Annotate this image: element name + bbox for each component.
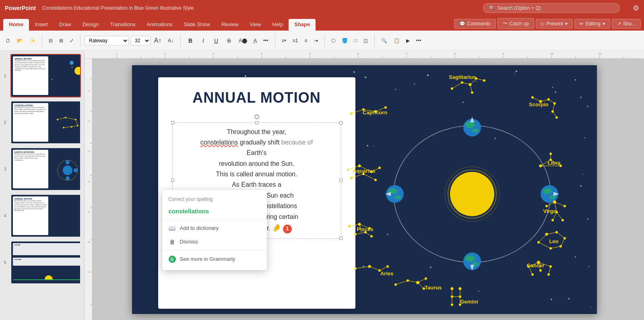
svg-point-106 [451,87,453,90]
font-color-btn[interactable]: A [251,36,259,45]
svg-point-183 [459,295,461,298]
svg-point-194 [539,269,542,272]
label-cancer: Cancer [526,262,544,268]
align-btn[interactable]: ≡ [302,36,310,45]
slide-thumbnail-4[interactable]: DIURNAL MOTION As the Earth rotates, you… [10,194,81,237]
bold-btn[interactable]: B [185,35,196,46]
slide-main-title: ANNUAL MOTION [172,89,341,106]
highlight-btn[interactable]: A⬤ [236,36,250,45]
svg-text:10: 10 [550,52,553,55]
handle-br[interactable] [339,237,343,240]
dismiss-btn[interactable]: 🗑 Dismiss [162,235,267,249]
spell-divider-1 [162,219,267,220]
tab-view[interactable]: View [244,19,267,31]
svg-line-115 [553,103,555,111]
effects-btn[interactable]: ◫ [361,36,370,45]
slide-number-5: 5 [4,260,6,265]
overflow-btn[interactable]: ••• [414,36,424,45]
svg-line-101 [452,83,462,89]
svg-line-190 [549,266,551,275]
handle-tr[interactable] [339,121,343,124]
comments-button[interactable]: 💬 Comments [454,19,496,29]
spell-check-popup[interactable]: Correct your spelling constellations 📖 A… [162,190,267,270]
decrease-font-btn[interactable]: A↓ [165,35,176,46]
thumb-content-3: EARTH'S ROTATION The Earth rotates on it… [13,150,48,188]
tab-help[interactable]: Help [267,19,289,31]
fill-btn[interactable]: 🪣 [339,36,350,45]
handle-mr[interactable] [339,179,343,182]
slide-thumbnail-2[interactable]: CONSTELLATIONS A constellation is a grou… [10,101,81,144]
search-replace-btn[interactable]: 🔍 [379,36,390,45]
more-btn[interactable]: ••• [261,36,271,45]
separator-1 [42,34,42,47]
svg-line-208 [539,234,547,242]
slide-thumbnail-5[interactable]: 6:20 AM 12:00 AM [10,241,81,284]
slide-thumb-wrapper-5: 5 6:20 AM 12:00 AM [3,241,81,284]
shapes-btn[interactable]: ⬡ [329,36,338,45]
numbered-list-btn[interactable]: ≡1 [290,36,301,45]
svg-point-193 [549,265,552,268]
spell-suggestion[interactable]: constellations [162,204,267,218]
magic-btn[interactable]: ✨ [27,36,38,45]
svg-point-181 [458,287,461,290]
slide-number-2: 2 [4,120,6,125]
slide-thumbnail-3[interactable]: EARTH'S ROTATION The Earth rotates on it… [10,147,81,191]
tab-review[interactable]: Review [216,19,244,31]
increase-font-btn[interactable]: A↑ [152,35,163,46]
grammarly-btn[interactable]: G See more in Grammarly [162,252,267,266]
indent-btn[interactable]: ⇥ [312,36,320,45]
settings-icon[interactable]: ⚙ [633,4,639,12]
spell-divider-2 [162,250,267,251]
svg-point-76 [580,185,582,187]
rotation-handle[interactable] [254,114,259,119]
thumb-content-2: CONSTELLATIONS A constellation is a grou… [13,103,48,142]
label-pisces: Pisces [357,226,373,232]
media-btn[interactable]: ▶ [404,36,412,45]
svg-text:5: 5 [87,211,90,213]
catchup-button[interactable]: 〜 Catch up [497,18,534,29]
svg-point-15 [66,176,70,180]
search-box[interactable]: 🔍 Search (Option + Q) [483,3,620,13]
present-label: Present [547,21,563,27]
font-select[interactable]: Raleway [85,36,129,45]
tab-draw[interactable]: Draw [54,19,77,31]
strikethrough-btn[interactable]: S [223,35,235,46]
present-icon: ▷ [541,21,545,27]
share-button[interactable]: ↗ Sha... [612,19,641,29]
svg-point-136 [358,164,361,167]
tab-slideshow[interactable]: Slide Show [178,19,216,31]
bullet-list-btn[interactable]: ≡• [279,36,289,45]
grid-btn[interactable]: ⊞ [57,36,66,45]
tab-animations[interactable]: Animations [141,19,178,31]
fullscreen-btn[interactable]: ⤢ [67,36,76,45]
editing-button[interactable]: ✏ Editing ▾ [574,19,610,29]
handle-ml[interactable] [171,179,174,182]
svg-point-214 [537,241,540,244]
slide-thumbnail-1[interactable]: ANNUAL MOTION Throughout the year the co… [10,54,81,97]
handle-tm[interactable] [255,121,258,124]
underline-btn[interactable]: U [211,35,222,46]
svg-point-160 [370,235,373,237]
tab-insert[interactable]: Insert [29,19,54,31]
tab-transitions[interactable]: Transitions [104,19,141,31]
svg-point-90 [549,195,556,199]
tab-design[interactable]: Design [77,19,104,31]
handle-tl[interactable] [171,121,174,124]
svg-line-133 [351,174,363,178]
svg-point-92 [465,255,475,262]
italic-btn[interactable]: I [198,35,209,46]
add-to-dictionary-btn[interactable]: 📖 Add to dictionary [162,221,267,235]
new-btn[interactable]: 🗋 [3,36,13,45]
svg-text:11: 11 [599,52,602,55]
open-btn[interactable]: 📂 [14,36,25,45]
font-size-select[interactable]: 32 [130,36,151,45]
toolbar-group-list: ≡• ≡1 ≡ ⇥ [279,36,320,45]
slide-view-btn[interactable]: ⊟ [46,36,55,45]
present-button[interactable]: ▷ Present ▾ [536,19,573,29]
tab-home[interactable]: Home [3,19,29,31]
clip-btn[interactable]: 📋 [391,36,402,45]
tab-shape[interactable]: Shape [289,19,316,31]
outline-btn[interactable]: □ [352,36,359,45]
svg-line-168 [396,281,408,285]
slide[interactable]: ANNUAL MOTION [132,65,597,314]
